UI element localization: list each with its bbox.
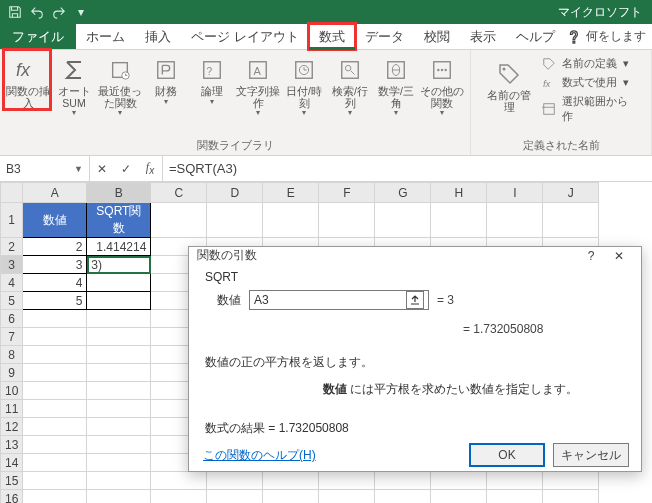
col-header[interactable]: H xyxy=(431,183,487,203)
tab-home[interactable]: ホーム xyxy=(76,24,135,49)
tab-page-layout[interactable]: ページ レイアウト xyxy=(181,24,309,49)
row-header[interactable]: 16 xyxy=(1,490,23,504)
row-header[interactable]: 7 xyxy=(1,328,23,346)
row-header[interactable]: 14 xyxy=(1,454,23,472)
cell[interactable] xyxy=(23,490,87,504)
cell[interactable] xyxy=(23,364,87,382)
formula-input[interactable]: =SQRT(A3) xyxy=(163,156,652,181)
col-header[interactable]: A xyxy=(23,183,87,203)
cell[interactable]: 3 xyxy=(23,256,87,274)
logical-button[interactable]: ? 論理▾ xyxy=(190,52,234,106)
tab-file[interactable]: ファイル xyxy=(0,24,76,49)
save-icon[interactable] xyxy=(6,3,24,21)
cell[interactable]: 数値 xyxy=(23,203,87,238)
cell[interactable] xyxy=(487,490,543,504)
cancel-button[interactable]: キャンセル xyxy=(553,443,629,467)
col-header[interactable]: C xyxy=(151,183,207,203)
col-header[interactable]: B xyxy=(87,183,151,203)
cell[interactable] xyxy=(23,436,87,454)
financial-button[interactable]: 財務▾ xyxy=(144,52,188,106)
fx-button[interactable]: fx xyxy=(138,160,162,176)
col-header[interactable]: D xyxy=(207,183,263,203)
cell[interactable] xyxy=(431,490,487,504)
create-from-selection-button[interactable]: 選択範囲から作 xyxy=(542,94,637,124)
cell[interactable] xyxy=(263,203,319,238)
cell[interactable] xyxy=(151,490,207,504)
cell[interactable] xyxy=(87,328,151,346)
tab-formulas[interactable]: 数式 xyxy=(309,24,355,49)
qat-customize-icon[interactable]: ▾ xyxy=(72,3,90,21)
tab-data[interactable]: データ xyxy=(355,24,414,49)
cell[interactable] xyxy=(87,490,151,504)
row-header[interactable]: 8 xyxy=(1,346,23,364)
name-manager-button[interactable]: 名前の管理 xyxy=(485,56,534,113)
cell[interactable] xyxy=(543,490,599,504)
row-header[interactable]: 12 xyxy=(1,418,23,436)
cell[interactable] xyxy=(87,310,151,328)
cell[interactable] xyxy=(87,364,151,382)
cell[interactable] xyxy=(23,382,87,400)
cell[interactable]: 3) xyxy=(87,256,151,274)
redo-icon[interactable] xyxy=(50,3,68,21)
cell[interactable]: 5 xyxy=(23,292,87,310)
cell[interactable] xyxy=(375,203,431,238)
tell-me-icon[interactable] xyxy=(566,30,580,44)
function-help-link[interactable]: この関数のヘルプ(H) xyxy=(203,447,316,464)
cell[interactable] xyxy=(87,382,151,400)
row-header[interactable]: 9 xyxy=(1,364,23,382)
cell[interactable] xyxy=(23,346,87,364)
tab-help[interactable]: ヘルプ xyxy=(506,24,565,49)
cell[interactable] xyxy=(87,418,151,436)
recent-functions-button[interactable]: 最近使った関数▾ xyxy=(98,52,142,118)
row-header[interactable]: 15 xyxy=(1,472,23,490)
text-func-button[interactable]: A 文字列操作▾ xyxy=(236,52,280,118)
help-icon[interactable]: ? xyxy=(577,249,605,263)
cell[interactable] xyxy=(23,328,87,346)
cell[interactable]: SQRT関数 xyxy=(87,203,151,238)
cell[interactable] xyxy=(263,490,319,504)
cell[interactable] xyxy=(375,490,431,504)
tell-me-text[interactable]: 何をします xyxy=(586,28,646,45)
cell[interactable] xyxy=(207,490,263,504)
undo-icon[interactable] xyxy=(28,3,46,21)
col-header[interactable]: F xyxy=(319,183,375,203)
arg-input[interactable]: A3 xyxy=(249,290,429,310)
tab-review[interactable]: 校閲 xyxy=(414,24,460,49)
row-header[interactable]: 2 xyxy=(1,238,23,256)
row-header[interactable]: 5 xyxy=(1,292,23,310)
cancel-formula-button[interactable]: ✕ xyxy=(90,162,114,176)
cell[interactable] xyxy=(87,436,151,454)
row-header[interactable]: 11 xyxy=(1,400,23,418)
row-header[interactable]: 13 xyxy=(1,436,23,454)
cell[interactable] xyxy=(319,203,375,238)
col-header[interactable]: E xyxy=(263,183,319,203)
cell[interactable] xyxy=(151,203,207,238)
close-icon[interactable]: ✕ xyxy=(605,249,633,263)
cell[interactable]: 4 xyxy=(23,274,87,292)
cell[interactable] xyxy=(207,203,263,238)
cell[interactable] xyxy=(87,454,151,472)
cell[interactable] xyxy=(23,418,87,436)
cell[interactable] xyxy=(87,346,151,364)
cell[interactable] xyxy=(23,472,87,490)
select-all-corner[interactable] xyxy=(1,183,23,203)
cell[interactable]: 1.414214 xyxy=(87,238,151,256)
collapse-dialog-icon[interactable] xyxy=(406,291,424,309)
enter-formula-button[interactable]: ✓ xyxy=(114,162,138,176)
row-header[interactable]: 6 xyxy=(1,310,23,328)
ok-button[interactable]: OK xyxy=(469,443,545,467)
cell[interactable] xyxy=(87,472,151,490)
cell[interactable] xyxy=(23,454,87,472)
cell[interactable] xyxy=(23,310,87,328)
cell[interactable]: 2 xyxy=(23,238,87,256)
insert-function-button[interactable]: fx 関数の挿入 xyxy=(6,52,50,109)
cell[interactable] xyxy=(487,203,543,238)
use-in-formula-button[interactable]: fx数式で使用 ▾ xyxy=(542,75,637,90)
datetime-button[interactable]: 日付/時刻▾ xyxy=(282,52,326,118)
cell[interactable] xyxy=(319,490,375,504)
cell[interactable] xyxy=(87,400,151,418)
row-header[interactable]: 4 xyxy=(1,274,23,292)
row-header[interactable]: 10 xyxy=(1,382,23,400)
row-header[interactable]: 3 xyxy=(1,256,23,274)
col-header[interactable]: J xyxy=(543,183,599,203)
